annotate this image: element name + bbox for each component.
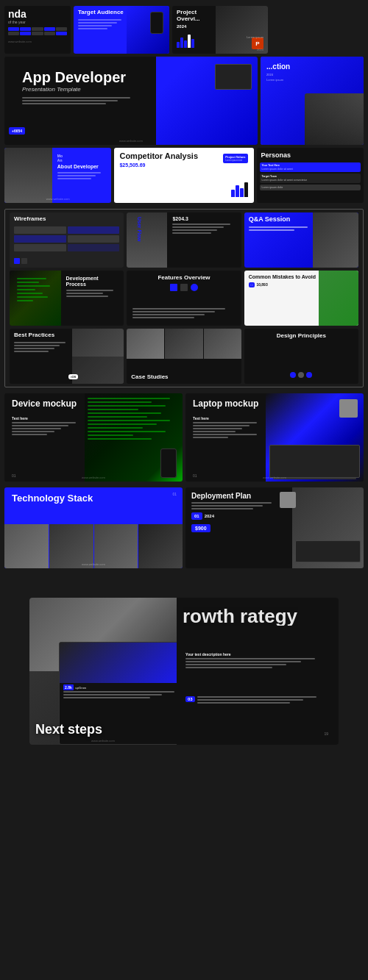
nextsteps-title: Next steps bbox=[35, 722, 102, 737]
userflow-slide[interactable]: User Flow $204.3 bbox=[127, 212, 241, 268]
about-developer-slide[interactable]: Mo An About Developer www.website.com bbox=[4, 148, 111, 203]
project-year: 2024 bbox=[177, 24, 221, 29]
hero-side-slide[interactable]: ...ction 2024 Lorem ipsum bbox=[261, 57, 364, 145]
hero-side-lorem: Lorem ipsum bbox=[266, 78, 358, 82]
section-separator bbox=[0, 571, 368, 583]
wireframes-slide[interactable]: Wireframes bbox=[10, 212, 124, 268]
slide-page-number: 19 bbox=[183, 732, 333, 736]
grid-row-3: Best Practices iOS Case Studies bbox=[10, 329, 358, 384]
next-steps-slide[interactable]: 2.8k upGrow Next steps www.website.com bbox=[29, 598, 339, 745]
design-dot-1 bbox=[290, 372, 296, 378]
tech-stack-title: Technology Stack bbox=[12, 493, 175, 504]
personas-slide[interactable]: Personas Your Text Here Lorem ipsum dolo… bbox=[257, 148, 364, 203]
laptop-accent-box bbox=[339, 399, 358, 418]
best-practices-slide[interactable]: Best Practices iOS bbox=[10, 329, 124, 384]
design-principles-title: Design Principles bbox=[249, 332, 354, 340]
case-studies-title: Case Studies bbox=[131, 373, 236, 380]
about-label2: An bbox=[57, 158, 106, 162]
step-number: 03 bbox=[185, 696, 195, 702]
hero-side-year: 2024 bbox=[266, 73, 358, 76]
competitor-stat: $25,505.69 bbox=[119, 162, 248, 168]
hero-watermark: www.website.com bbox=[119, 139, 143, 143]
tech-page-num: 01 bbox=[172, 492, 177, 496]
agenda-slide-thumb[interactable]: nda of the year www.website.com bbox=[4, 6, 71, 54]
laptop-mockup-slide[interactable]: Laptop mockup Text here www.website.com … bbox=[185, 393, 364, 482]
deploy-price: $900 bbox=[191, 524, 210, 532]
device-mockup-slide[interactable]: Device mockup Text here www.website.com … bbox=[4, 393, 183, 482]
design-dot-3 bbox=[306, 372, 312, 378]
features-title: Features Overview bbox=[131, 274, 236, 281]
top-row-section: nda of the year www.website.com bbox=[0, 0, 368, 57]
case-studies-slide[interactable]: Case Studies bbox=[127, 329, 241, 384]
about-title: About Developer bbox=[57, 164, 106, 170]
persona-card-1: Your Text Here Lorem ipsum dolor sit ame… bbox=[260, 162, 361, 172]
best-practices-title: Best Practices bbox=[14, 332, 71, 339]
project-overview-slide-thumb[interactable]: Project Overvi... 2024 P 2024 Lorem ipsu… bbox=[172, 6, 268, 54]
wireframes-title: Wireframes bbox=[14, 216, 119, 223]
deploy-year: 2024 bbox=[205, 514, 214, 518]
feature-icon-1 bbox=[170, 284, 177, 291]
project-title: Project Overvi... bbox=[177, 10, 221, 23]
competitor-box-text: Lorem ipsum text bbox=[225, 159, 245, 162]
project-lorem: Lorem ipsum bbox=[247, 35, 263, 39]
persona-card-2: Target Team Lorem ipsum dolor sit amet c… bbox=[260, 174, 361, 183]
competitor-analysis-slide[interactable]: Competitor Analysis $25,505.69 Project V… bbox=[114, 148, 253, 203]
feature-icon-2 bbox=[180, 284, 188, 291]
tech-deploy-section: Technology Stack www.website.com 01 Depl… bbox=[0, 484, 368, 571]
hero-subtitle: Presentation Template bbox=[22, 86, 240, 93]
grid-row-1: Wireframes User bbox=[10, 212, 358, 268]
dev-process-title: Development Process bbox=[66, 276, 119, 287]
grid-section: Wireframes User bbox=[4, 209, 364, 387]
qa-title: Q&A Session bbox=[249, 216, 314, 223]
hero-title: App Developer bbox=[22, 70, 240, 85]
project-year-label: 2024 bbox=[257, 48, 263, 51]
nextsteps-badge-inner: 2.8k upGrow bbox=[63, 685, 177, 690]
dev-process-slide[interactable]: Development Process bbox=[10, 271, 124, 326]
grid-row-2: Development Process Features Overview bbox=[10, 271, 358, 326]
personas-title: Personas bbox=[261, 151, 359, 159]
about-watermark: www.website.com bbox=[46, 197, 70, 201]
target-title: Target Audience bbox=[78, 10, 127, 16]
agenda-watermark: www.website.com bbox=[8, 40, 67, 43]
userflow-stat: $204.3 bbox=[172, 216, 236, 221]
tech-watermark: www.website.com bbox=[82, 562, 105, 566]
nextsteps-watermark: www.website.com bbox=[91, 739, 115, 743]
feature-icon-3 bbox=[191, 284, 198, 291]
agenda-subtitle: of the year bbox=[8, 20, 67, 24]
mid-row-section: Mo An About Developer www.website.com Co… bbox=[0, 148, 368, 206]
persona-card-3: Lorem ipsum dolor bbox=[260, 185, 361, 190]
tech-stack-slide[interactable]: Technology Stack www.website.com 01 bbox=[4, 487, 183, 568]
mistakes-badge: □ 10,893 bbox=[249, 282, 318, 287]
nextsteps-right-panel: rowth rategy Your text description here … bbox=[177, 598, 339, 745]
hero-side-title: ...ction bbox=[266, 62, 358, 71]
mockups-section: Device mockup Text here www.website.com … bbox=[0, 390, 368, 484]
phone-badge: +6654 bbox=[9, 127, 25, 135]
device-mockup-title: Device mockup bbox=[12, 399, 82, 409]
hero-section: App Developer Presentation Template +665… bbox=[0, 57, 368, 148]
nextsteps-step-item: 03 bbox=[183, 696, 333, 705]
agenda-title: nda bbox=[8, 9, 67, 19]
next-steps-section: 2.8k upGrow Next steps www.website.com bbox=[0, 583, 368, 751]
device-text-label: Text here bbox=[12, 416, 82, 421]
deploy-number: 01 bbox=[191, 512, 202, 520]
nextsteps-desc-label: Your text description here bbox=[185, 652, 330, 657]
design-principles-slide[interactable]: Design Principles bbox=[244, 329, 358, 384]
ios-badge: iOS bbox=[68, 374, 78, 379]
deployment-title: Deployment Plan bbox=[191, 492, 290, 500]
laptop-text-label: Text here bbox=[193, 416, 263, 421]
nextsteps-left-panel: 2.8k upGrow Next steps www.website.com bbox=[29, 598, 177, 745]
qa-slide[interactable]: Q&A Session bbox=[244, 212, 358, 268]
features-overview-slide[interactable]: Features Overview bbox=[127, 271, 241, 326]
common-mistakes-slide[interactable]: Common Mistakes to Avoid □ 10,893 bbox=[244, 271, 358, 326]
deployment-plan-slide[interactable]: Deployment Plan 01 2024 $900 bbox=[185, 487, 364, 568]
target-audience-slide-thumb[interactable]: Target Audience bbox=[74, 6, 169, 54]
hero-main-slide[interactable]: App Developer Presentation Template +665… bbox=[4, 57, 258, 145]
laptop-mockup-title: Laptop mockup bbox=[193, 399, 263, 409]
growth-title: rowth rategy bbox=[183, 607, 333, 626]
design-dot-2 bbox=[298, 372, 304, 378]
userflow-title: User Flow bbox=[137, 217, 142, 263]
mistakes-title: Common Mistakes to Avoid bbox=[249, 274, 318, 280]
